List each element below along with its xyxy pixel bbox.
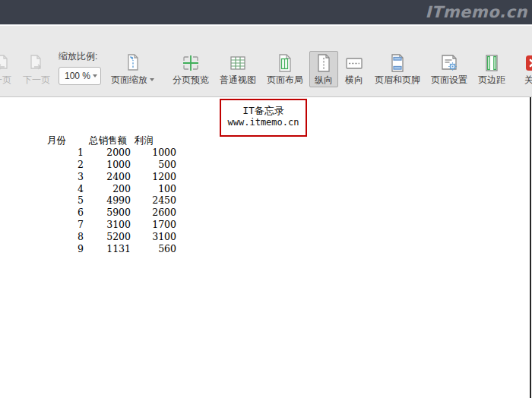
- table-cell: 9: [47, 243, 89, 255]
- table-cell: 1000: [89, 159, 135, 171]
- watermark-box: IT备忘录 www.itmemo.cn: [220, 99, 307, 137]
- portrait-icon: [314, 53, 334, 73]
- table-cell: 200: [89, 183, 135, 195]
- close-preview-button[interactable]: 关闭: [519, 51, 532, 87]
- table-row: 731001700: [47, 219, 177, 231]
- orientation-portrait-button[interactable]: 纵向: [309, 51, 338, 87]
- page-zoom-button[interactable]: 页面缩放: [106, 51, 159, 87]
- normal-view-button[interactable]: 普通视图: [215, 51, 261, 87]
- titlebar: ITmemo.cn: [0, 0, 532, 25]
- page-layout-icon: [275, 53, 295, 73]
- zoom-select[interactable]: 100 %: [59, 67, 101, 85]
- page-setup-button[interactable]: 页面设置: [426, 51, 472, 87]
- table-cell: 2000: [89, 147, 135, 159]
- table-cell: 1700: [135, 219, 177, 231]
- header-footer-icon: [388, 53, 407, 73]
- table-cell: 1131: [89, 243, 135, 255]
- table-row: 852003100: [47, 231, 177, 243]
- table-cell: 1000: [135, 147, 177, 159]
- table-row: 91131560: [47, 243, 177, 255]
- table-cell: 100: [135, 183, 177, 195]
- table-cell: 2: [47, 159, 89, 171]
- table-row: 324001200: [47, 171, 177, 183]
- table-cell: 1200: [135, 171, 177, 183]
- table-cell: 500: [135, 159, 177, 171]
- table-cell: 5: [47, 194, 89, 207]
- table-body: 1200010002100050032400120042001005499024…: [47, 147, 177, 255]
- margins-icon: [482, 53, 502, 73]
- zoom-group: 缩放比例: 100 %: [59, 51, 101, 85]
- table-header-row: 月份 总销售额 利润: [47, 134, 177, 147]
- header-footer-button[interactable]: 页眉和页脚: [370, 51, 425, 87]
- table-cell: 3: [47, 171, 89, 183]
- table-row: 659002600: [47, 207, 177, 219]
- chevron-down-icon: [93, 74, 97, 77]
- table-cell: 4990: [89, 194, 135, 207]
- table-cell: 1: [47, 147, 89, 159]
- print-preview-toolbar: 一页 下一页 缩放比例: 100 %: [0, 26, 532, 97]
- table-cell: 5200: [89, 231, 135, 243]
- table-cell: 2450: [135, 194, 177, 207]
- next-page-button[interactable]: 下一页: [18, 51, 55, 87]
- table-row: 4200100: [47, 183, 177, 195]
- page-layout-button[interactable]: 页面布局: [262, 51, 308, 87]
- page-break-preview-button[interactable]: 分页预览: [168, 51, 214, 87]
- app-window: ITmemo.cn 一页 下一页 缩放比例:: [0, 0, 532, 398]
- close-icon: [524, 53, 532, 73]
- table-cell: 8: [47, 231, 89, 243]
- zoom-caption: 缩放比例:: [59, 51, 101, 62]
- header-month: 月份: [47, 134, 89, 147]
- table-cell: 560: [135, 243, 177, 255]
- watermark-title: IT备忘录: [221, 105, 306, 117]
- table-cell: 2600: [135, 207, 177, 219]
- window-right-edge: [530, 97, 531, 398]
- landscape-icon: [344, 53, 364, 73]
- chevron-down-icon: [150, 78, 154, 81]
- table-cell: 6: [47, 207, 89, 219]
- table-cell: 3100: [89, 219, 135, 231]
- table-cell: 4: [47, 183, 89, 195]
- prev-page-button[interactable]: 一页: [0, 51, 17, 87]
- brand-logo: ITmemo.cn: [426, 0, 527, 25]
- table-row: 549902450: [47, 194, 177, 207]
- normal-view-icon: [228, 53, 248, 73]
- table-cell: 7: [47, 219, 89, 231]
- table-row: 120001000: [47, 147, 177, 159]
- table-cell: 2400: [89, 171, 135, 183]
- page-zoom-icon: [123, 53, 143, 73]
- table-row: 21000500: [47, 159, 177, 171]
- page-setup-icon: [439, 53, 459, 73]
- header-total-sales: 总销售额: [89, 134, 135, 147]
- next-page-icon: [27, 53, 46, 73]
- table-cell: 3100: [135, 231, 177, 243]
- page-break-preview-icon: [181, 53, 201, 73]
- zoom-value: 100 %: [65, 71, 90, 81]
- margins-button[interactable]: 页边距: [473, 51, 510, 87]
- preview-area: IT备忘录 www.itmemo.cn 月份 总销售额 利润 120001000…: [0, 97, 532, 398]
- watermark-url: www.itmemo.cn: [221, 117, 306, 128]
- header-profit: 利润: [135, 134, 177, 147]
- table-cell: 5900: [89, 207, 135, 219]
- data-table: 月份 总销售额 利润 12000100021000500324001200420…: [47, 134, 177, 255]
- orientation-landscape-button[interactable]: 横向: [340, 51, 369, 87]
- prev-page-icon: [0, 53, 12, 73]
